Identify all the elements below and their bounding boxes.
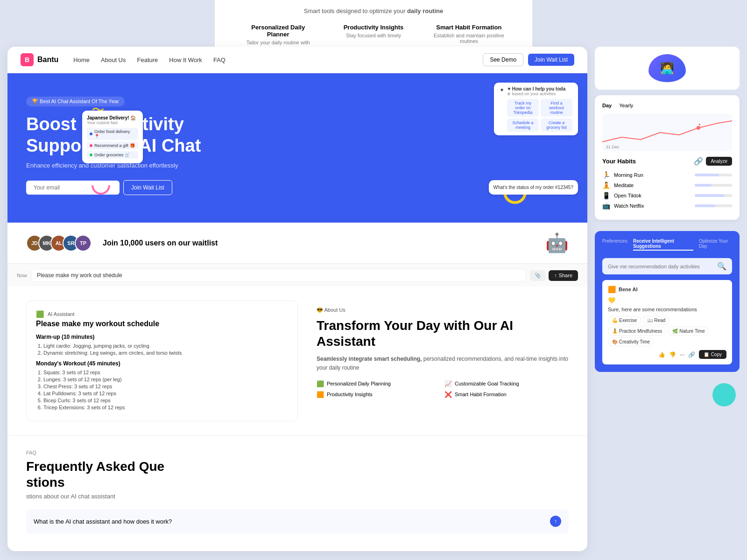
thumb-up-icon[interactable]: 👍 <box>658 351 665 358</box>
top-highlight: daily routine <box>407 7 443 14</box>
food-btn-3[interactable]: Order groceries 🛒 <box>87 151 138 159</box>
warmup-list: Light cardio: Jogging, jumping jacks, or… <box>36 343 288 356</box>
teal-circle-area <box>595 383 740 406</box>
ai-tag-read[interactable]: 📖 Read <box>643 316 669 325</box>
avatar-5: TP <box>75 235 92 252</box>
faq-sub: stions about our AI chat assistant <box>26 493 569 500</box>
chat-action-2[interactable]: Find a workout routine <box>541 99 572 117</box>
chat-action-3[interactable]: Schedule a meeting <box>507 119 539 132</box>
analyze-button[interactable]: Analyze <box>706 157 732 166</box>
nav-actions: See Demo Join Wait List <box>483 53 574 66</box>
warmup-item-2: Dynamic stretching: Leg swings, arm circ… <box>43 350 288 356</box>
habits-panel: Day Yearly ● 31 Dec Your Habits 🔗 Analyz… <box>595 95 740 220</box>
faq-title: Frequently Asked Que <box>26 459 569 474</box>
nav-about[interactable]: About Us <box>101 56 126 63</box>
waitlist-text: Join 10,000 users on our waitlist <box>103 239 218 247</box>
hero-cta-button[interactable]: Join Wait List <box>123 180 172 195</box>
habits-title: Your Habits <box>602 158 636 165</box>
monday-item-5: Bicep Curls: 3 sets of 12 reps <box>43 398 288 403</box>
avatars: JD MK AL SR TP <box>26 235 92 252</box>
habit-name-1: Morning Run <box>614 172 691 178</box>
nav-feature[interactable]: Feature <box>137 56 158 63</box>
copy-button[interactable]: 📋 Copy <box>699 350 726 359</box>
ai-tag-exercise[interactable]: 💪 Exercise <box>608 316 641 325</box>
chat-action-1[interactable]: Track my order on Tokopedia <box>507 99 539 117</box>
ai-tag-mindfulness[interactable]: 🧘 Practice Mindfulness <box>608 327 666 336</box>
ai-suggestions-panel: Preferences Receive Intelligent Suggesti… <box>595 231 740 372</box>
monday-title: Monday's Workout (45 minutes) <box>36 360 288 367</box>
right-column: 🧑‍💻 Day Yearly ● 31 Dec Your Habits 🔗 <box>595 47 740 551</box>
nav-faq[interactable]: FAQ <box>213 56 226 63</box>
habit-icon-1: 🏃 <box>602 171 610 179</box>
habit-tabs: Day Yearly <box>602 103 732 108</box>
robot-illustration: 🤖 <box>545 232 569 254</box>
more-icon[interactable]: ··· <box>680 351 684 358</box>
join-waitlist-nav-button[interactable]: Join Wait List <box>528 54 574 66</box>
ai-tab-preferences[interactable]: Preferences <box>602 238 627 251</box>
faq-section: FAQ Frequently Asked Que stions stions a… <box>7 436 587 551</box>
about-badge: 😎 About Us <box>317 307 345 313</box>
habit-name-4: Watch Netflix <box>614 203 691 209</box>
status-chat: What's the status of my order #12345? <box>489 180 578 195</box>
about-feat-4: ❌ Smart Habit Formation <box>444 391 569 398</box>
teal-circle-deco <box>712 383 736 406</box>
habit-bar-3 <box>695 194 732 197</box>
about-desc: Seamlessly integrate smart scheduling, p… <box>317 355 569 372</box>
ai-suggestion-icon: 💛 <box>608 297 726 304</box>
food-buttons: Order food delivery 📍 Recommend a gift 🎁… <box>87 128 138 159</box>
habit-bar-1 <box>695 174 732 176</box>
warmup-title: Warm-up (10 minutes) <box>36 334 288 340</box>
monday-item-1: Squats: 3 sets of 12 reps <box>43 370 288 375</box>
habit-name-2: Meditate <box>614 182 691 188</box>
day-tab[interactable]: Day <box>602 103 612 108</box>
workout-title: Please make my workout schedule <box>36 320 288 328</box>
ai-tabs: Preferences Receive Intelligent Suggesti… <box>602 238 732 251</box>
faq-title-cont: stions <box>26 475 569 490</box>
faq-label: FAQ <box>26 450 569 455</box>
chart-label: 31 Dec <box>606 145 620 149</box>
faq-item-1[interactable]: What is the AI chat assistant and how do… <box>26 509 569 533</box>
illustration: 🧑‍💻 <box>648 54 686 82</box>
ai-tag-nature[interactable]: 🌿 Nature Time <box>668 327 709 336</box>
link-icon-2[interactable]: 🔗 <box>688 351 695 358</box>
food-card: Japanese Delivery! 🏠 Your cuisine fast O… <box>82 111 143 163</box>
faq-chevron-1[interactable]: ↑ <box>550 516 561 527</box>
habit-row-1: 🏃 Morning Run <box>602 171 732 179</box>
split-section: 🟩 AI Assistant Please make my workout sc… <box>7 287 587 436</box>
about-section: 😎 About Us Transform Your Day with Our A… <box>317 301 569 421</box>
nav-how-it-work[interactable]: How It Work <box>169 56 202 63</box>
about-features: 🟩 Personalized Daily Planning 📈 Customiz… <box>317 380 569 398</box>
bene-name: Bene AI <box>619 287 638 292</box>
monday-item-3: Chest Press: 3 sets of 12 reps <box>43 384 288 389</box>
feat-icon-2: 📈 <box>444 380 452 387</box>
email-input[interactable] <box>26 181 120 195</box>
food-btn-1[interactable]: Order food delivery 📍 <box>87 128 138 140</box>
link-icon[interactable]: 🔗 <box>694 157 703 166</box>
food-card-title: Japanese Delivery! 🏠 <box>87 115 138 120</box>
ai-tab-suggestions[interactable]: Receive Intelligent Suggestions <box>633 238 693 251</box>
top-tagline: Smart tools designed to optimize your da… <box>233 7 514 14</box>
chat-message[interactable]: Please make my work out shedule <box>31 269 526 282</box>
logo-text: Bantu <box>37 56 58 64</box>
chat-action-4[interactable]: Create a grocery list <box>541 119 572 132</box>
chat-actions-bar: 📎 ↑ Share <box>530 270 578 281</box>
attach-button[interactable]: 📎 <box>530 270 546 281</box>
workout-header-text: AI Assistant <box>48 311 74 317</box>
ai-tab-optimize[interactable]: Optimize Your Day <box>699 238 732 251</box>
copy-icon: 📋 <box>704 352 709 357</box>
yearly-tab[interactable]: Yearly <box>619 103 633 108</box>
ai-tag-creativity[interactable]: 🎨 Creativity Time <box>608 337 654 346</box>
monday-item-6: Tricep Extensions: 3 sets of 12 reps <box>43 405 288 410</box>
share-button[interactable]: ↑ Share <box>549 270 578 281</box>
ai-search-input[interactable] <box>608 264 713 269</box>
thumb-down-icon[interactable]: 👎 <box>669 351 676 358</box>
nav-home[interactable]: Home <box>73 56 90 63</box>
food-card-sub: Your cuisine fast <box>87 120 138 125</box>
habit-row-3: 📱 Open Tiktok <box>602 192 732 199</box>
habit-row-2: 🧘 Meditate <box>602 182 732 189</box>
see-demo-button[interactable]: See Demo <box>483 53 523 66</box>
habit-icon-4: 📺 <box>602 202 610 210</box>
food-btn-2[interactable]: Recommend a gift 🎁 <box>87 142 138 149</box>
habit-chart: ● 31 Dec <box>602 114 732 151</box>
bene-ai-icon: 🟧 <box>608 286 616 293</box>
